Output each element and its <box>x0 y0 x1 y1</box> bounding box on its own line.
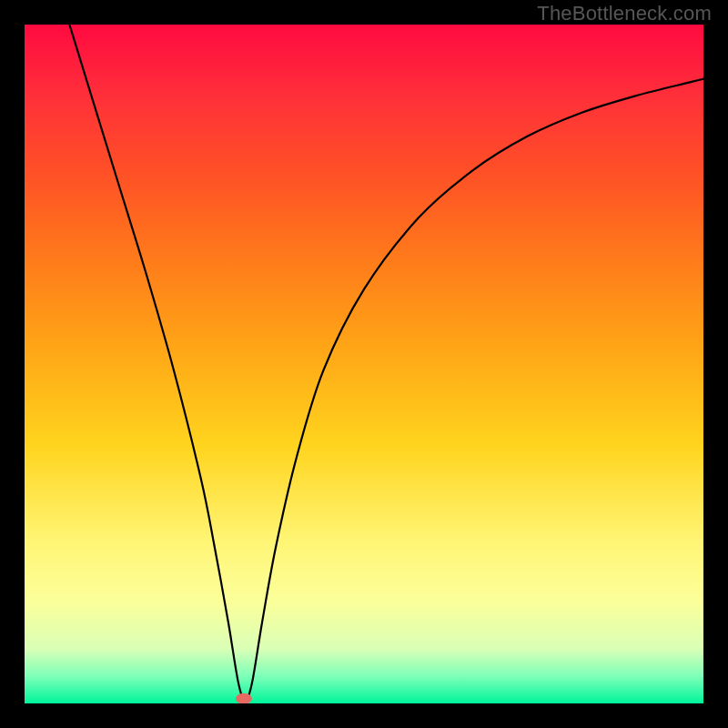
watermark-text: TheBottleneck.com <box>537 2 712 25</box>
chart-frame: TheBottleneck.com <box>0 0 728 728</box>
curve-svg <box>25 25 703 703</box>
bottleneck-curve <box>66 25 703 700</box>
plot-area <box>25 25 703 703</box>
